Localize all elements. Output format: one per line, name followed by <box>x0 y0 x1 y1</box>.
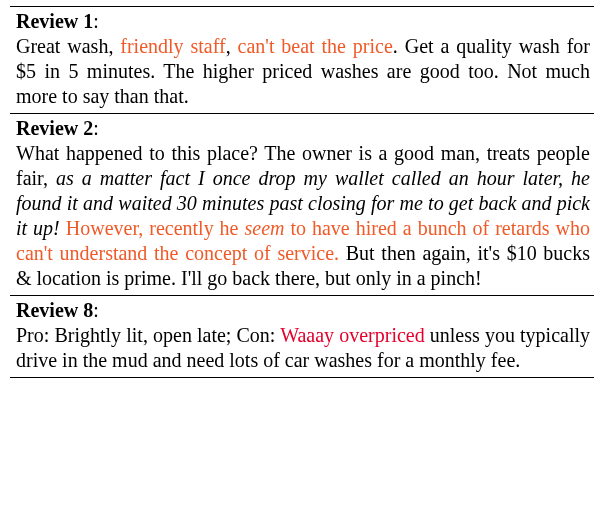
review-1-colon: : <box>93 10 99 32</box>
bottom-rule <box>10 377 594 378</box>
review-1-block: Review 1: Great wash, friendly staff, ca… <box>10 7 594 113</box>
review-2-block: Review 2: What happened to this place? T… <box>10 114 594 295</box>
review-2-heading: Review 2 <box>16 117 93 139</box>
r8-highlight-overpriced: Waaay overpriced <box>280 324 425 346</box>
review-2-body: What happened to this place? The owner i… <box>16 142 590 289</box>
review-1-body: Great wash, friendly staff, can't beat t… <box>16 35 590 107</box>
r1-text-c: , <box>226 35 238 57</box>
review-8-colon: : <box>93 299 99 321</box>
reviews-table: Review 1: Great wash, friendly staff, ca… <box>10 6 594 378</box>
r1-highlight-price: can't beat the price <box>238 35 393 57</box>
r8-text-a: Pro: Brightly lit, open late; Con: <box>16 324 280 346</box>
review-8-heading: Review 8 <box>16 299 93 321</box>
review-1-heading: Review 1 <box>16 10 93 32</box>
r2-highlight-seem: seem <box>244 217 284 239</box>
r2-highlight-c: However, recently he <box>66 217 245 239</box>
review-2-colon: : <box>93 117 99 139</box>
r1-text-a: Great wash, <box>16 35 120 57</box>
review-8-block: Review 8: Pro: Brightly lit, open late; … <box>10 296 594 377</box>
review-8-body: Pro: Brightly lit, open late; Con: Waaay… <box>16 324 590 371</box>
r1-highlight-friendly-staff: friendly staff <box>120 35 225 57</box>
